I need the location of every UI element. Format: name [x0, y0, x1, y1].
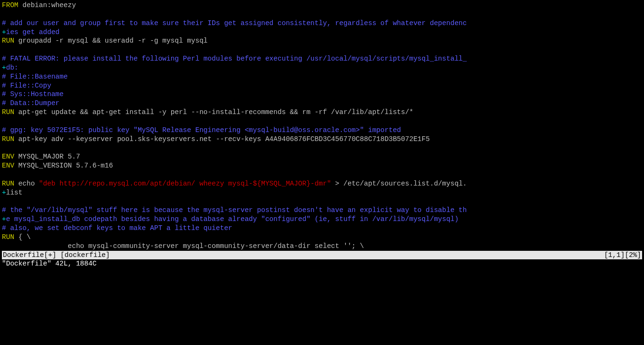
code-line: FROM debian:wheezy	[2, 1, 642, 10]
code-segment: # File::Copy	[2, 82, 51, 89]
code-line: # Sys::Hostname	[2, 90, 642, 99]
code-line: # Data::Dumper	[2, 99, 642, 108]
code-segment: debian:wheezy	[18, 1, 76, 9]
code-segment: # the "/var/lib/mysql" stuff here is bec…	[2, 206, 467, 214]
code-segment: # Sys::Hostname	[2, 90, 64, 98]
code-segment: RUN	[2, 108, 14, 116]
code-segment: ies get added	[6, 28, 60, 36]
editor-content[interactable]: FROM debian:wheezy # add our user and gr…	[2, 1, 642, 251]
code-segment: # add our user and group first to make s…	[2, 19, 467, 27]
code-segment: RUN	[2, 180, 14, 187]
code-line: # also, we set debconf keys to make APT …	[2, 224, 642, 233]
code-segment: apt-key adv --keyserver pool.sks-keyserv…	[14, 135, 430, 143]
code-segment: RUN	[2, 37, 14, 44]
code-line: # File::Basename	[2, 72, 642, 81]
status-left: Dockerfile[+] [dockerfile]	[3, 251, 110, 260]
code-line: RUN echo "deb http://repo.mysql.com/apt/…	[2, 179, 642, 188]
code-segment: +	[2, 64, 6, 71]
code-segment: # also, we set debconf keys to make APT …	[2, 224, 232, 232]
code-segment: e mysql_install_db codepath besides havi…	[6, 215, 459, 223]
code-line: +db:	[2, 63, 642, 72]
code-segment: ENV	[2, 162, 14, 169]
code-segment: # gpg: key 5072E1F5: public key "MySQL R…	[2, 126, 401, 134]
status-right: [1,1][2%]	[604, 251, 641, 260]
code-segment: RUN	[2, 135, 14, 143]
code-line: ENV MYSQL_VERSION 5.7.6-m16	[2, 161, 642, 170]
code-segment: list	[6, 189, 23, 196]
status-bar: Dockerfile[+] [dockerfile] [1,1][2%]	[2, 251, 642, 260]
code-line: # File::Copy	[2, 81, 642, 90]
code-segment: MYSQL_VERSION 5.7.6-m16	[14, 162, 113, 169]
code-segment: apt-get update && apt-get install -y per…	[14, 108, 413, 116]
code-line: RUN apt-key adv --keyserver pool.sks-key…	[2, 135, 642, 144]
code-segment: "deb http://repo.mysql.com/apt/debian/ w…	[39, 180, 331, 187]
code-line: RUN { \	[2, 233, 642, 242]
code-line: # the "/var/lib/mysql" stuff here is bec…	[2, 206, 642, 215]
code-segment: # File::Basename	[2, 73, 68, 80]
code-line: +e mysql_install_db codepath besides hav…	[2, 215, 642, 224]
code-line: RUN groupadd -r mysql && useradd -r -g m…	[2, 36, 642, 45]
code-line: # add our user and group first to make s…	[2, 19, 642, 28]
code-line: +ies get added	[2, 28, 642, 37]
code-segment: db:	[6, 64, 18, 71]
code-line: # FATAL ERROR: please install the follow…	[2, 54, 642, 63]
command-line[interactable]: "Dockerfile" 42L, 1884C	[2, 259, 642, 268]
code-line	[2, 144, 642, 153]
code-segment: { \	[14, 233, 31, 241]
code-line: RUN apt-get update && apt-get install -y…	[2, 108, 642, 117]
code-segment: echo	[14, 180, 39, 187]
code-segment: MYSQL_MAJOR 5.7	[14, 153, 80, 160]
code-segment: echo mysql-community-server mysql-commun…	[2, 242, 364, 250]
code-segment: ENV	[2, 153, 14, 160]
code-segment: +	[2, 28, 6, 36]
code-segment: groupadd -r mysql && useradd -r -g mysql…	[14, 37, 208, 44]
code-line: echo mysql-community-server mysql-commun…	[2, 242, 642, 251]
code-line: # gpg: key 5072E1F5: public key "MySQL R…	[2, 126, 642, 135]
code-segment: +	[2, 215, 6, 223]
code-segment: > /etc/apt/sources.list.d/mysql.	[331, 180, 467, 187]
code-segment: # Data::Dumper	[2, 99, 60, 107]
code-line	[2, 197, 642, 206]
code-segment: RUN	[2, 233, 14, 241]
code-segment: FROM	[2, 1, 18, 9]
code-line	[2, 170, 642, 179]
code-line	[2, 45, 642, 54]
code-line	[2, 10, 642, 19]
code-line	[2, 117, 642, 126]
code-segment: +	[2, 189, 6, 196]
code-segment: # FATAL ERROR: please install the follow…	[2, 55, 467, 62]
code-line: ENV MYSQL_MAJOR 5.7	[2, 152, 642, 161]
code-line: +list	[2, 188, 642, 197]
